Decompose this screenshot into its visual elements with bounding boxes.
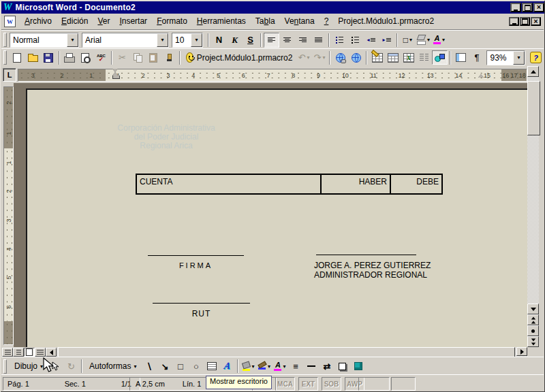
table-cell[interactable]: HABER [322, 175, 391, 193]
copy-button[interactable] [130, 50, 146, 65]
tab-selector[interactable]: L [3, 68, 16, 82]
chevron-down-icon[interactable]: ▾ [409, 37, 412, 43]
chevron-down-icon[interactable]: ▾ [283, 363, 285, 370]
menu-item[interactable]: Project.Módulo1.prmacro2 [333, 14, 439, 29]
align-center-button[interactable] [279, 33, 295, 48]
line-tool-button[interactable]: ∖ [141, 359, 157, 374]
draw-font-color-button[interactable]: A ▾ [272, 359, 287, 374]
arrow-style-button[interactable]: ⇄ [319, 359, 334, 374]
menu-item[interactable]: Ver [93, 14, 114, 29]
italic-button[interactable]: K [227, 33, 243, 48]
mode-indicator[interactable]: EXT [298, 377, 318, 391]
scroll-down-button[interactable] [527, 304, 539, 314]
chevron-down-icon[interactable]: ▾ [67, 33, 78, 47]
autoformas-menu-button[interactable]: Autoformas ▾ [84, 359, 141, 373]
document-table[interactable]: CUENTAHABERDEBE [136, 174, 443, 195]
menu-item[interactable]: Archivo [20, 14, 57, 29]
web-layout-view-button[interactable] [13, 348, 24, 357]
spelling-button[interactable]: ABC ✓ [93, 50, 109, 65]
help-button[interactable]: ? [528, 50, 544, 65]
document-page[interactable]: Corporación Administrativadel Poder Judi… [26, 88, 527, 347]
vertical-scroll-thumb[interactable] [527, 81, 540, 135]
menu-item[interactable]: Herramientas [192, 14, 251, 29]
chevron-down-icon[interactable]: ▾ [442, 37, 445, 43]
select-browse-object-button[interactable] [527, 325, 539, 336]
fontsize-combobox[interactable]: 10 ▾ [172, 33, 203, 48]
outline-view-button[interactable] [35, 348, 46, 357]
vertical-ruler[interactable]: 21 123456 [3, 86, 14, 345]
chevron-down-icon[interactable]: ▾ [191, 33, 202, 47]
show-paragraph-button[interactable]: ¶ [469, 50, 484, 65]
free-rotate-button[interactable]: ↻ [63, 359, 79, 374]
chevron-down-icon[interactable]: ▾ [268, 363, 270, 370]
chevron-down-icon[interactable]: ▾ [513, 51, 525, 65]
decrease-indent-button[interactable]: ◂ [363, 33, 379, 48]
justify-button[interactable] [311, 33, 326, 48]
tables-borders-button[interactable] [369, 50, 385, 65]
paste-button[interactable] [146, 50, 161, 65]
indent-marker[interactable] [112, 69, 119, 79]
menu-item[interactable]: ? [320, 14, 334, 29]
bullet-list-button[interactable] [347, 33, 363, 48]
document-map-button[interactable] [453, 50, 469, 65]
vertical-scrollbar[interactable] [527, 66, 539, 347]
new-document-button[interactable] [10, 50, 25, 65]
highlight-button[interactable]: ▾ [416, 33, 431, 48]
menu-item[interactable]: Ventana [280, 14, 320, 29]
doc-restore-button[interactable] [520, 17, 530, 26]
scroll-up-button[interactable] [527, 66, 539, 77]
previous-page-button[interactable] [527, 314, 539, 325]
dash-style-button[interactable] [303, 359, 319, 374]
rectangle-tool-button[interactable]: □ [172, 359, 188, 374]
doc-close-button[interactable]: × [531, 17, 541, 26]
chevron-down-icon[interactable]: ▾ [307, 54, 309, 61]
menu-item[interactable]: Insertar [114, 14, 152, 29]
print-button[interactable] [62, 50, 78, 65]
horizontal-ruler[interactable]: 321 123456789101112131415 161718 [18, 69, 527, 82]
bold-button[interactable]: N [211, 33, 227, 48]
fill-color-button[interactable]: ▾ [240, 359, 256, 374]
chevron-down-icon[interactable]: ▾ [157, 33, 168, 47]
mode-indicator[interactable]: SOB [322, 377, 341, 391]
mode-indicator[interactable]: MCA [275, 377, 295, 391]
shadow-button[interactable] [334, 359, 350, 374]
table-cell[interactable]: CUENTA [137, 175, 322, 193]
zoom-combobox[interactable]: 93% ▾ [486, 50, 525, 65]
arrow-tool-button[interactable]: ↘ [157, 359, 172, 374]
print-layout-view-button[interactable] [24, 348, 35, 357]
style-combobox[interactable]: Normal ▾ [10, 33, 79, 48]
drawing-button[interactable] [432, 50, 448, 65]
line-style-button[interactable]: ≡ [287, 359, 303, 374]
font-combobox[interactable]: Arial ▾ [82, 33, 169, 48]
select-objects-button[interactable] [48, 359, 63, 374]
right-indent-marker[interactable] [478, 74, 484, 78]
underline-button[interactable]: S [243, 33, 258, 48]
columns-button[interactable] [416, 50, 432, 65]
insert-table-button[interactable] [385, 50, 401, 65]
titlebar[interactable]: W Microsoft Word - Documento2 × [1, 1, 545, 14]
threed-button[interactable] [350, 359, 366, 374]
toolbar-grip[interactable] [3, 50, 7, 65]
menu-item[interactable]: Edición [57, 14, 93, 29]
table-cell[interactable]: DEBE [391, 175, 441, 193]
scroll-right-button[interactable] [516, 347, 527, 356]
next-page-button[interactable] [527, 336, 539, 347]
redo-button[interactable]: ↷ ▾ [311, 50, 327, 65]
horizontal-scroll-track[interactable] [57, 347, 527, 357]
insert-excel-button[interactable]: X [401, 50, 416, 65]
chevron-down-icon[interactable]: ▾ [427, 37, 430, 43]
text-box-button[interactable] [204, 359, 219, 374]
normal-view-button[interactable] [2, 348, 13, 357]
macro-button[interactable]: Project.Módulo1.prmacro2 [183, 50, 296, 65]
insert-hyperlink-button[interactable] [332, 50, 348, 65]
minimize-button[interactable] [510, 3, 521, 12]
menu-item[interactable]: Formato [152, 14, 192, 29]
save-button[interactable] [41, 50, 57, 65]
line-color-button[interactable]: ▾ [256, 359, 272, 374]
scroll-left-button[interactable] [46, 348, 57, 357]
maximize-button[interactable] [522, 3, 533, 12]
numbered-list-button[interactable] [332, 33, 347, 48]
align-left-button[interactable] [264, 33, 279, 48]
close-button[interactable]: × [533, 3, 544, 12]
open-button[interactable] [25, 50, 41, 65]
